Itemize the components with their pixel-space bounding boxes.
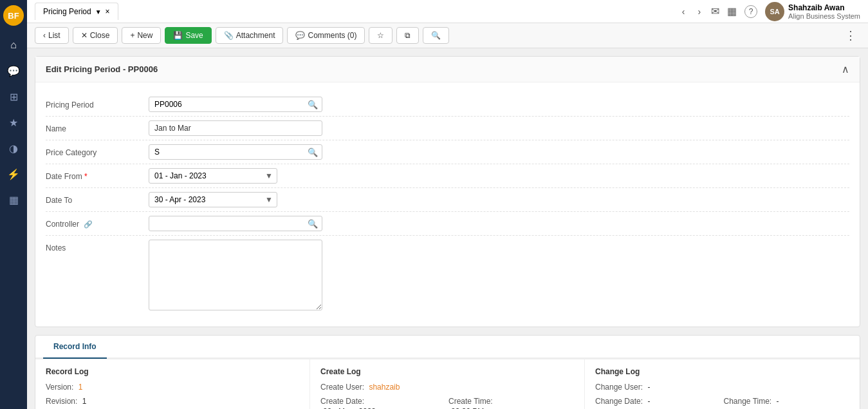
change-date-block: Change Date: - <box>595 397 721 409</box>
change-time-label: Change Time: <box>724 397 772 406</box>
copy-icon: ⧉ <box>405 31 411 40</box>
date-to-row: Date To ▼ <box>46 188 849 212</box>
sidebar-item-bar[interactable]: ▦ <box>2 188 25 211</box>
app-logo[interactable]: BF <box>3 5 24 26</box>
controller-input-wrap: 🔍 <box>149 216 849 231</box>
nav-next-button[interactable]: › <box>695 4 703 19</box>
date-from-input-wrap: ▼ <box>149 168 849 184</box>
search-button[interactable]: 🔍 <box>423 27 449 44</box>
sidebar-item-star[interactable]: ★ <box>2 111 25 134</box>
topbar-left: Pricing Period ▼ × <box>35 3 118 20</box>
user-details: Shahzaib Awan Align Business System <box>788 3 860 20</box>
create-date-block: Create Date: 09 - Mar - 2023 3 months ag… <box>320 397 446 409</box>
controller-external-icon[interactable]: 🔗 <box>84 220 93 228</box>
actionbar: ‹ List ✕ Close + New 💾 Save 📎 Attachment… <box>27 23 868 48</box>
change-time-field: Change Time: - <box>724 397 850 406</box>
collapse-icon[interactable]: ∧ <box>842 63 849 75</box>
user-company: Align Business System <box>788 12 860 20</box>
sidebar-item-grid[interactable]: ⊞ <box>2 85 25 108</box>
star-icon: ☆ <box>377 31 384 40</box>
attachment-button[interactable]: 📎 Attachment <box>216 27 284 44</box>
price-category-search-button[interactable]: 🔍 <box>304 147 322 157</box>
tab-dropdown-icon[interactable]: ▼ <box>95 8 102 15</box>
sidebar-item-home[interactable]: ⌂ <box>2 33 25 57</box>
price-category-label: Price Category <box>46 144 149 157</box>
create-time-block: Create Time: 03:26 PM <box>448 397 574 409</box>
date-to-label: Date To <box>46 192 149 205</box>
name-input[interactable] <box>149 120 322 136</box>
kebab-menu-button[interactable]: ⋮ <box>841 28 860 43</box>
pricing-period-tab[interactable]: Pricing Period ▼ × <box>35 3 118 20</box>
pricing-period-search-button[interactable]: 🔍 <box>304 100 322 109</box>
duplicate-button[interactable]: ⧉ <box>396 27 419 44</box>
pricing-period-input[interactable] <box>149 97 304 111</box>
pricing-period-input-group: 🔍 <box>149 97 322 112</box>
price-category-input-wrap: 🔍 <box>149 144 849 160</box>
notes-row: Notes <box>46 236 849 316</box>
create-log-col: Create Log Create User: shahzaib Create … <box>310 359 585 409</box>
date-from-picker-button[interactable]: ▼ <box>261 171 277 180</box>
close-button[interactable]: ✕ Close <box>73 27 118 44</box>
tab-close-icon[interactable]: × <box>106 7 110 16</box>
favorite-button[interactable]: ☆ <box>369 27 392 44</box>
controller-input[interactable] <box>149 216 304 231</box>
price-category-row: Price Category 🔍 <box>46 140 849 164</box>
date-from-input[interactable] <box>149 169 261 183</box>
attachment-label: Attachment <box>236 31 275 40</box>
date-from-row: Date From ▼ <box>46 164 849 188</box>
create-user-value[interactable]: shahzaib <box>369 383 400 392</box>
change-user-field: Change User: - <box>595 383 849 392</box>
change-date-value: - <box>647 397 650 406</box>
list-icon: ‹ <box>43 31 46 40</box>
mail-icon[interactable]: ✉ <box>711 5 719 17</box>
notes-label: Notes <box>46 240 149 252</box>
comments-icon: 💬 <box>295 31 305 40</box>
date-to-input[interactable] <box>149 193 261 207</box>
topbar-right: ‹ › ✉ ▦ ? SA Shahzaib Awan Align Busines… <box>679 2 860 21</box>
change-time-block: Change Time: - <box>724 397 850 409</box>
main-content: Pricing Period ▼ × ‹ › ✉ ▦ ? SA Shahzaib… <box>27 0 868 409</box>
sidebar-item-chart[interactable]: ◑ <box>2 137 25 160</box>
record-tabs: Record Info <box>35 336 860 359</box>
attachment-icon: 📎 <box>224 31 234 40</box>
record-info-card: Record Info Record Log Version: 1 Revisi… <box>35 335 860 409</box>
version-value[interactable]: 1 <box>78 383 83 392</box>
nav-prev-button[interactable]: ‹ <box>679 4 688 19</box>
user-name: Shahzaib Awan <box>788 3 860 12</box>
new-button[interactable]: + New <box>122 27 161 44</box>
topbar: Pricing Period ▼ × ‹ › ✉ ▦ ? SA Shahzaib… <box>27 0 868 23</box>
price-category-input[interactable] <box>149 145 304 159</box>
record-grid: Record Log Version: 1 Revision: 1 Create… <box>35 359 860 409</box>
topbar-icons: ✉ ▦ ? <box>711 5 757 18</box>
comments-button[interactable]: 💬 Comments (0) <box>287 27 365 44</box>
pricing-period-label: Pricing Period <box>46 97 149 109</box>
change-date-label: Change Date: <box>595 397 643 406</box>
date-to-picker-button[interactable]: ▼ <box>261 195 277 204</box>
help-icon[interactable]: ? <box>744 5 757 18</box>
save-button[interactable]: 💾 Save <box>165 27 211 44</box>
save-icon: 💾 <box>173 31 183 40</box>
record-body: Record Log Version: 1 Revision: 1 Create… <box>35 359 860 409</box>
controller-row: Controller 🔗 🔍 <box>46 212 849 236</box>
list-button[interactable]: ‹ List <box>35 27 69 44</box>
tab-record-info[interactable]: Record Info <box>43 336 107 359</box>
name-label: Name <box>46 120 149 133</box>
date-from-input-group: ▼ <box>149 168 277 184</box>
sidebar-item-chat[interactable]: 💬 <box>2 59 25 82</box>
controller-search-button[interactable]: 🔍 <box>304 219 322 229</box>
sidebar-item-activity[interactable]: ⚡ <box>2 162 25 185</box>
change-log-header: Change Log <box>595 367 849 376</box>
notes-textarea[interactable] <box>149 240 322 310</box>
search-icon: 🔍 <box>431 31 441 40</box>
create-log-header: Create Log <box>320 367 574 376</box>
chart-icon[interactable]: ▦ <box>727 5 737 17</box>
user-info: SA Shahzaib Awan Align Business System <box>765 2 860 21</box>
date-to-input-wrap: ▼ <box>149 192 849 207</box>
new-label: New <box>137 31 152 40</box>
record-log-col: Record Log Version: 1 Revision: 1 <box>35 359 310 409</box>
create-date-time-grid: Create Date: 09 - Mar - 2023 3 months ag… <box>320 397 574 409</box>
close-label: Close <box>90 31 110 40</box>
revision-value: 1 <box>82 397 87 406</box>
create-user-field: Create User: shahzaib <box>320 383 574 392</box>
form-body: Pricing Period 🔍 Name <box>35 82 860 327</box>
